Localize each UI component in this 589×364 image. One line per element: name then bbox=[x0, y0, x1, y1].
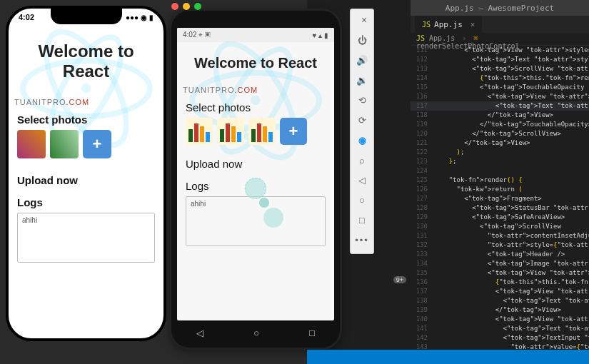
power-icon[interactable]: ⏻ bbox=[356, 34, 368, 46]
traffic-min[interactable] bbox=[183, 3, 190, 10]
android-emulator: 4:02 ⌖ ▣ ♥ ▴ ▮ Welcome to React TUANITPR… bbox=[169, 9, 342, 350]
emulator-toolbar: × ⏻ 🔊 🔉 ⟲ ⟳ ◉ ⌕ ◁ ○ □ ••• bbox=[350, 9, 374, 254]
volume-down-icon[interactable]: 🔉 bbox=[356, 74, 368, 86]
photo-thumb[interactable] bbox=[217, 118, 244, 145]
editor-tabs: JS App.js × bbox=[411, 16, 589, 33]
code-editor[interactable]: 1111121131141151161171181191201211221231… bbox=[411, 46, 589, 350]
home-icon[interactable]: ○ bbox=[356, 193, 368, 206]
iphone-notch bbox=[51, 9, 122, 24]
logs-textarea[interactable]: ahihi bbox=[186, 196, 326, 246]
vscode-statusbar[interactable] bbox=[307, 350, 589, 364]
back-icon[interactable]: ◁ bbox=[356, 173, 368, 186]
select-photos-label: Select photos bbox=[17, 113, 155, 126]
photo-list[interactable]: + bbox=[17, 130, 155, 158]
android-time: 4:02 bbox=[183, 31, 196, 39]
rotate-right-icon[interactable]: ⟳ bbox=[356, 113, 368, 126]
select-photos-label: Select photos bbox=[186, 101, 326, 113]
js-icon: JS bbox=[416, 34, 425, 42]
add-photo-button[interactable]: + bbox=[280, 118, 307, 145]
nav-back-icon[interactable]: ◁ bbox=[196, 328, 203, 338]
wifi-icon: ◉ bbox=[141, 14, 147, 21]
ios-time: 4:02 bbox=[19, 13, 34, 21]
upload-now-label[interactable]: Upload now bbox=[17, 174, 155, 186]
traffic-close[interactable] bbox=[171, 3, 178, 10]
watermark: TUANITPRO.COM bbox=[183, 86, 334, 94]
camera-icon[interactable]: ◉ bbox=[356, 133, 368, 146]
page-title: Welcome to React bbox=[16, 41, 156, 81]
nav-recent-icon[interactable]: □ bbox=[309, 328, 315, 338]
status-icons: ♥ ▴ ▮ bbox=[313, 31, 329, 39]
ios-simulator: 4:02 ●●● ◉ ▮ Welcome to React TUANITPRO.… bbox=[6, 6, 166, 341]
photo-thumb[interactable] bbox=[186, 118, 213, 145]
battery-icon: ▮ bbox=[149, 14, 153, 21]
debug-icon: ⌖ ▣ bbox=[198, 31, 211, 39]
method-icon: ⌘ bbox=[473, 34, 478, 42]
traffic-max[interactable] bbox=[194, 3, 201, 10]
volume-up-icon[interactable]: 🔊 bbox=[356, 54, 368, 66]
close-icon[interactable]: × bbox=[358, 14, 371, 26]
vscode-window: App.js — AwesomeProject JS App.js × JS A… bbox=[411, 0, 589, 350]
tab-label: App.js bbox=[434, 20, 463, 29]
watermark: TUANITPRO.COM bbox=[14, 98, 163, 106]
android-navbar: ◁ ○ □ bbox=[171, 323, 340, 342]
photo-thumb[interactable] bbox=[17, 130, 46, 158]
rotate-left-icon[interactable]: ⟲ bbox=[356, 93, 368, 106]
logs-label: Logs bbox=[17, 196, 155, 208]
nav-home-icon[interactable]: ○ bbox=[253, 328, 259, 338]
photo-thumb[interactable] bbox=[248, 118, 276, 145]
page-title: Welcome to React bbox=[181, 55, 330, 71]
add-photo-button[interactable]: + bbox=[83, 130, 111, 158]
window-title: App.js — AwesomeProject bbox=[411, 0, 589, 16]
zoom-icon[interactable]: ⌕ bbox=[356, 153, 368, 166]
breadcrumb[interactable]: JS App.js › ⌘ renderSelectPhotoControl bbox=[411, 33, 589, 46]
js-icon: JS bbox=[422, 21, 431, 29]
logs-textarea[interactable]: ahihi bbox=[17, 213, 155, 263]
android-statusbar: 4:02 ⌖ ▣ ♥ ▴ ▮ bbox=[177, 28, 334, 42]
more-icon[interactable]: ••• bbox=[356, 233, 368, 246]
photo-thumb[interactable] bbox=[50, 130, 79, 158]
overview-icon[interactable]: □ bbox=[356, 213, 368, 226]
tab-app-js[interactable]: JS App.js × bbox=[415, 16, 482, 33]
signal-icon: ●●● bbox=[126, 14, 139, 21]
photo-list[interactable]: + bbox=[186, 118, 326, 145]
upload-now-label[interactable]: Upload now bbox=[186, 158, 326, 170]
tab-close-icon[interactable]: × bbox=[470, 20, 475, 29]
